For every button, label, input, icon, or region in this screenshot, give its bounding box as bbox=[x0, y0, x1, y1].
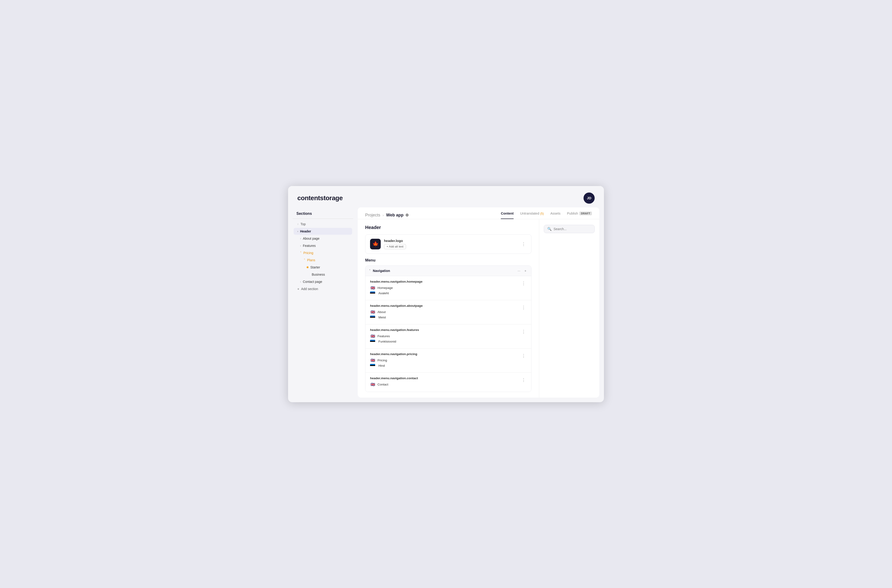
navigation-group-label: Navigation bbox=[373, 269, 514, 273]
sidebar-item-pricing[interactable]: ˅ Pricing bbox=[294, 249, 352, 256]
gear-icon[interactable]: ⚙ bbox=[405, 213, 408, 218]
menu-label: Menu bbox=[365, 258, 532, 262]
sidebar-item-starter[interactable]: Starter bbox=[294, 264, 352, 271]
orange-dot-icon bbox=[306, 266, 308, 268]
flag-et bbox=[370, 291, 375, 295]
nav-item-row-pricing: header.menu.navigation.pricing 🇬🇧 Pricin… bbox=[370, 352, 527, 369]
nav-item-content-homepage: header.menu.navigation.homepage 🇬🇧 Homep… bbox=[370, 280, 422, 296]
breadcrumb-webapp: Web app bbox=[386, 213, 404, 218]
nav-key-contact: header.menu.navigation.contact bbox=[370, 376, 418, 380]
nav-item-more-icon-homepage[interactable]: ⋮ bbox=[521, 280, 527, 287]
flag-en: 🇬🇧 bbox=[370, 382, 375, 387]
logo-key-bold: logo bbox=[396, 239, 403, 243]
tab-assets[interactable]: Assets bbox=[550, 212, 560, 219]
logo-title-col: header.logo + Add alt text bbox=[384, 239, 406, 249]
sidebar-item-plans[interactable]: ˅ Plans bbox=[294, 256, 352, 264]
tab-publish[interactable]: Publish DRAFT bbox=[567, 212, 592, 219]
breadcrumb: Projects › Web app ⚙ bbox=[365, 213, 501, 218]
nav-item-row-contact: header.menu.navigation.contact 🇬🇧 Contac… bbox=[370, 376, 527, 388]
breadcrumb-current: Web app ⚙ bbox=[386, 213, 408, 218]
logo-thumbnail: 🍁 bbox=[370, 239, 381, 249]
nav-item-more-icon-contact[interactable]: ⋮ bbox=[521, 376, 527, 383]
nav-key-features: header.menu.navigation.features bbox=[370, 328, 419, 332]
chevron-right-icon: › bbox=[297, 230, 298, 233]
search-box: 🔍 bbox=[544, 225, 595, 233]
sidebar-title: Sections bbox=[293, 210, 353, 219]
draft-badge: DRAFT bbox=[579, 212, 592, 215]
nav-item-about: header.menu.navigation.aboutpage 🇬🇧 Abou… bbox=[365, 300, 531, 324]
search-icon: 🔍 bbox=[547, 227, 552, 231]
lang-row-en-homepage: 🇬🇧 Homepage bbox=[370, 286, 422, 290]
lang-row-et-about: Meist bbox=[370, 316, 423, 319]
nav-group-add-button[interactable]: + bbox=[523, 268, 527, 273]
nav-item-more-icon-features[interactable]: ⋮ bbox=[521, 328, 527, 335]
flag-en: 🇬🇧 bbox=[370, 310, 375, 314]
tab-content[interactable]: Content bbox=[501, 212, 514, 219]
logo-card-header: 🍁 header.logo + Add alt text ⋮ bbox=[370, 239, 527, 249]
sidebar-item-add-section[interactable]: + Add section bbox=[294, 285, 352, 292]
navigation-group-header: ˅ Navigation ··· + bbox=[365, 266, 531, 276]
flag-en: 🇬🇧 bbox=[370, 286, 375, 290]
arrow-up-icon: ↑ bbox=[297, 223, 299, 225]
sidebar-item-business[interactable]: Business bbox=[294, 271, 352, 278]
breadcrumb-projects[interactable]: Projects bbox=[365, 213, 380, 218]
nav-item-row-homepage: header.menu.navigation.homepage 🇬🇧 Homep… bbox=[370, 280, 527, 296]
nav-key-pricing: header.menu.navigation.pricing bbox=[370, 352, 417, 356]
main-tabs: Projects › Web app ⚙ Content Untranslate… bbox=[358, 207, 599, 219]
nav-item-row-about: header.menu.navigation.aboutpage 🇬🇧 Abou… bbox=[370, 304, 527, 321]
nav-item-contact: header.menu.navigation.contact 🇬🇧 Contac… bbox=[365, 373, 531, 392]
sidebar-item-about-page[interactable]: › About page bbox=[294, 235, 352, 242]
navigation-group: ˅ Navigation ··· + bbox=[365, 266, 532, 392]
section-header-label: Header bbox=[365, 225, 532, 230]
nav-item-content-features: header.menu.navigation.features 🇬🇧 Featu… bbox=[370, 328, 419, 345]
nav-item-content-contact: header.menu.navigation.contact 🇬🇧 Contac… bbox=[370, 376, 418, 388]
search-input[interactable] bbox=[554, 227, 591, 231]
tabs-right: Content Untranslated (5) Assets Publish … bbox=[501, 212, 592, 219]
nav-group-more-button[interactable]: ··· bbox=[517, 268, 521, 273]
tab-untranslated[interactable]: Untranslated (5) bbox=[520, 212, 544, 219]
nav-item-content-pricing: header.menu.navigation.pricing 🇬🇧 Pricin… bbox=[370, 352, 417, 369]
lang-row-et-pricing: Hind bbox=[370, 364, 417, 368]
nav-item-homepage: header.menu.navigation.homepage 🇬🇧 Homep… bbox=[365, 276, 531, 300]
flag-en: 🇬🇧 bbox=[370, 334, 375, 338]
nav-item-row-features: header.menu.navigation.features 🇬🇧 Featu… bbox=[370, 328, 527, 345]
sidebar-item-features[interactable]: › Features bbox=[294, 242, 352, 249]
sidebar-item-header[interactable]: › Header bbox=[294, 228, 352, 235]
chevron-right-icon: › bbox=[300, 280, 301, 283]
app-body: Sections ↑ Top › Header › About page › F… bbox=[288, 207, 604, 402]
lang-row-et-homepage: Avaleht bbox=[370, 291, 422, 295]
logo-card: 🍁 header.logo + Add alt text ⋮ bbox=[365, 234, 532, 254]
search-area: 🔍 bbox=[539, 219, 599, 398]
logo-row: 🍁 header.logo + Add alt text bbox=[370, 239, 406, 249]
nav-collapse-icon[interactable]: ˅ bbox=[369, 269, 371, 272]
lang-row-en-about: 🇬🇧 About bbox=[370, 310, 423, 314]
app-logo: contentstorage bbox=[297, 194, 342, 202]
nav-key-homepage: header.menu.navigation.homepage bbox=[370, 280, 422, 284]
sidebar-item-contact-page[interactable]: › Contact page bbox=[294, 278, 352, 285]
lang-row-et-features: Funktsioonid bbox=[370, 340, 419, 343]
nav-group-actions: ··· + bbox=[517, 268, 527, 273]
plus-icon: + bbox=[297, 287, 299, 291]
nav-key-about: header.menu.navigation.aboutpage bbox=[370, 304, 423, 308]
chevron-right-icon: › bbox=[300, 244, 301, 247]
chevron-down-icon: ˅ bbox=[304, 258, 305, 261]
logo-card-more-icon[interactable]: ⋮ bbox=[521, 241, 527, 248]
nav-item-pricing: header.menu.navigation.pricing 🇬🇧 Pricin… bbox=[365, 349, 531, 373]
lang-row-en-features: 🇬🇧 Features bbox=[370, 334, 419, 338]
flag-en: 🇬🇧 bbox=[370, 358, 375, 363]
logo-key: header.logo bbox=[384, 239, 406, 243]
untranslated-badge: (5) bbox=[540, 212, 544, 215]
flag-et bbox=[370, 340, 375, 343]
nav-item-features: header.menu.navigation.features 🇬🇧 Featu… bbox=[365, 324, 531, 349]
add-alt-text-button[interactable]: + Add alt text bbox=[384, 244, 406, 249]
app-header: contentstorage JD bbox=[288, 186, 604, 207]
flag-et bbox=[370, 316, 375, 319]
lang-row-en-pricing: 🇬🇧 Pricing bbox=[370, 358, 417, 363]
sidebar-item-top[interactable]: ↑ Top bbox=[294, 220, 352, 228]
nav-item-more-icon-about[interactable]: ⋮ bbox=[521, 304, 527, 311]
nav-item-content-about: header.menu.navigation.aboutpage 🇬🇧 Abou… bbox=[370, 304, 423, 321]
avatar[interactable]: JD bbox=[584, 192, 595, 204]
flag-et bbox=[370, 364, 375, 367]
breadcrumb-separator: › bbox=[383, 213, 384, 218]
nav-item-more-icon-pricing[interactable]: ⋮ bbox=[521, 352, 527, 359]
